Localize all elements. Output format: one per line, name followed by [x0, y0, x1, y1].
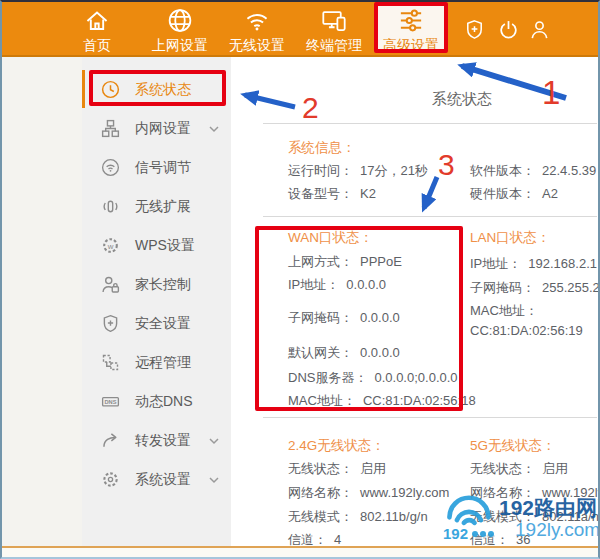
wifi5-mode-line: 无线模式：802.11a/n/ac — [470, 508, 600, 526]
field-label: 子网掩码： — [288, 310, 353, 325]
field-label: IP地址： — [288, 277, 339, 292]
wan-mode-line: 上网方式：PPPoE — [288, 253, 402, 271]
field-value: www.192ly.com — [542, 485, 600, 500]
device-model-line: 设备型号：K2 — [288, 185, 376, 203]
sidebar-item-label: 动态DNS — [135, 393, 193, 411]
sliders-icon — [398, 7, 425, 34]
lan-status-heading: LAN口状态： — [470, 229, 550, 247]
tab-wireless-settings[interactable]: 无线设置 — [219, 0, 295, 55]
sidebar-item-dynamic-dns[interactable]: DNS 动态DNS — [82, 382, 231, 421]
field-label: 软件版本： — [470, 163, 535, 178]
lan-mac-value-line: CC:81:DA:02:56:19 — [470, 323, 583, 338]
sidebar-item-remote-management[interactable]: 远程管理 — [82, 343, 231, 382]
divider — [263, 216, 597, 217]
sidebar-item-lan-settings[interactable]: 内网设置 — [82, 109, 231, 148]
top-navbar: 首页 上网设置 无线设置 终端管理 高级设置 — [0, 0, 600, 57]
wan-ip-line: IP地址：0.0.0.0 — [288, 276, 386, 294]
parental-user-lock-icon — [100, 274, 121, 295]
field-label: 无线状态： — [288, 461, 353, 476]
field-value: 0.0.0.0 — [346, 277, 386, 292]
field-value: 802.11a/n/ac — [542, 509, 600, 524]
sidebar-item-system-status[interactable]: 系统状态 — [82, 70, 231, 109]
wan-gateway-line: 默认网关：0.0.0.0 — [288, 344, 400, 362]
field-label: DNS服务器： — [288, 370, 367, 385]
user-icon[interactable] — [528, 18, 551, 41]
wifi24-heading: 2.4G无线状态： — [288, 437, 385, 455]
sidebar-item-wps-settings[interactable]: w WPS设置 — [82, 226, 231, 265]
power-icon[interactable] — [497, 18, 520, 41]
wifi24-ssid-line: 网络名称：www.192ly.com — [288, 484, 449, 502]
shield-plus-icon[interactable] — [463, 18, 486, 41]
tab-label: 终端管理 — [296, 37, 372, 55]
sidebar-item-label: 内网设置 — [135, 120, 191, 138]
field-label: 信道： — [470, 532, 509, 546]
field-value: K2 — [360, 186, 376, 201]
devices-icon — [321, 7, 348, 34]
page-background-strip — [0, 57, 82, 546]
wifi24-state-line: 无线状态：启用 — [288, 460, 386, 478]
network-nodes-icon — [100, 118, 121, 139]
lan-mac-label-line: MAC地址： — [470, 302, 538, 320]
shield-plus-icon — [100, 313, 121, 334]
wan-mask-line: 子网掩码：0.0.0.0 — [288, 309, 400, 327]
field-label: 子网掩码： — [470, 280, 535, 295]
dns-box-icon: DNS — [100, 391, 121, 412]
lan-mask-line: 子网掩码：255.255.255.0 — [470, 279, 600, 297]
field-value: www.192ly.com — [360, 485, 449, 500]
globe-icon — [167, 7, 194, 34]
router-admin-screenshot: 首页 上网设置 无线设置 终端管理 高级设置 — [0, 0, 600, 559]
field-value: 启用 — [360, 461, 386, 476]
field-value: 0.0.0.0;0.0.0.0 — [374, 370, 457, 385]
field-value: PPPoE — [360, 254, 402, 269]
wifi24-mode-line: 无线模式：802.11b/g/n — [288, 508, 428, 526]
field-label: 无线模式： — [470, 509, 535, 524]
wifi5-channel-line: 信道：36 — [470, 531, 530, 546]
home-icon — [84, 7, 111, 34]
field-label: 无线模式： — [288, 509, 353, 524]
sidebar-item-label: 远程管理 — [135, 354, 191, 372]
field-label: 默认网关： — [288, 345, 353, 360]
field-value: CC:81:DA:02:56:19 — [470, 323, 583, 338]
sidebar-item-forwarding-settings[interactable]: 转发设置 — [82, 421, 231, 460]
field-value: 17分，21秒 — [360, 163, 428, 178]
field-value: 4 — [334, 532, 341, 546]
signal-circle-icon — [100, 157, 121, 178]
sidebar-item-wireless-extend[interactable]: 无线扩展 — [82, 187, 231, 226]
field-label: 运行时间： — [288, 163, 353, 178]
software-version-line: 软件版本：22.4.5.39 — [470, 162, 596, 180]
tab-advanced-settings[interactable]: 高级设置 — [373, 0, 449, 55]
system-info-heading: 系统信息： — [288, 139, 356, 157]
svg-text:w: w — [107, 242, 114, 251]
field-label: 设备型号： — [288, 186, 353, 201]
sidebar-item-label: 无线扩展 — [135, 198, 191, 216]
tab-terminal-management[interactable]: 终端管理 — [296, 0, 372, 55]
sidebar-item-signal-adjust[interactable]: 信号调节 — [82, 148, 231, 187]
field-value: CC:81:DA:02:56:18 — [363, 393, 476, 408]
hardware-version-line: 硬件版本：A2 — [470, 185, 558, 203]
wan-dns-line: DNS服务器：0.0.0.0;0.0.0.0 — [288, 369, 458, 387]
field-label: 网络名称： — [288, 485, 353, 500]
sidebar-item-system-settings[interactable]: 系统设置 — [82, 460, 231, 499]
wifi-icon — [244, 7, 271, 34]
field-value: 802.11b/g/n — [360, 509, 428, 524]
field-label: 硬件版本： — [470, 186, 535, 201]
field-label: MAC地址： — [470, 303, 538, 318]
field-value: 36 — [516, 532, 530, 546]
sidebar-menu: 系统状态 内网设置 信号调节 无线扩展 w — [82, 57, 231, 546]
sidebar-item-label: 系统设置 — [135, 471, 191, 489]
page-bottom-strip — [0, 546, 600, 558]
page-title: 系统状态 — [407, 90, 517, 109]
uptime-line: 运行时间：17分，21秒 — [288, 162, 428, 180]
tab-home[interactable]: 首页 — [59, 0, 135, 55]
sidebar-item-parental-control[interactable]: 家长控制 — [82, 265, 231, 304]
sidebar-item-security-settings[interactable]: 安全设置 — [82, 304, 231, 343]
tab-internet-settings[interactable]: 上网设置 — [142, 0, 218, 55]
chevron-down-icon — [208, 474, 220, 486]
divider — [263, 417, 597, 418]
chevron-down-icon — [208, 123, 220, 135]
divider — [263, 123, 597, 124]
field-value: 22.4.5.39 — [542, 163, 596, 178]
field-label: 无线状态： — [470, 461, 535, 476]
sidebar-item-label: 信号调节 — [135, 159, 191, 177]
clock-icon — [100, 79, 121, 100]
